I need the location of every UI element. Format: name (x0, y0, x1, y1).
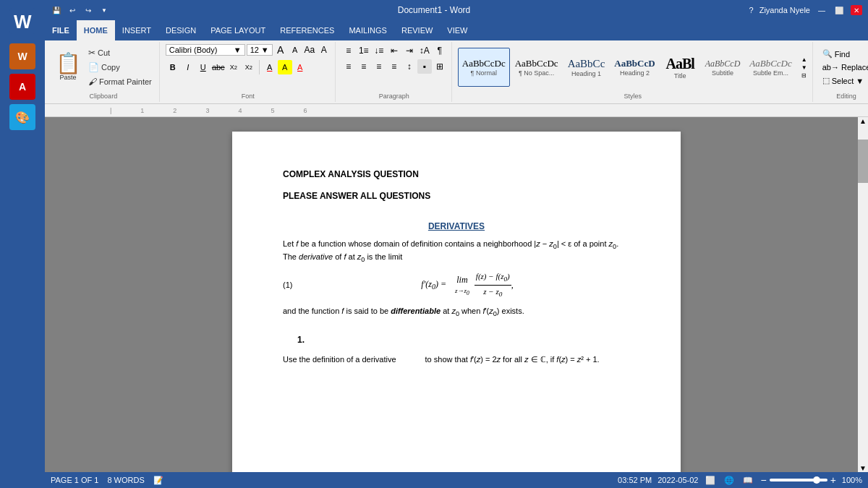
font-controls: Calibri (Body) ▼ 12 ▼ A A Aa A B I U (166, 43, 331, 91)
zoom-thumb[interactable] (813, 476, 820, 484)
clock-date: 2022-05-02 (658, 476, 698, 484)
underline-button[interactable]: U (196, 60, 210, 74)
style-nospace-label: ¶ No Spac... (519, 69, 554, 77)
style-subtle-em-button[interactable]: AaBbCcDc Subtle Em... (745, 48, 796, 87)
zoom-minus-btn[interactable]: − (760, 474, 766, 486)
highlight-button[interactable]: A (278, 60, 292, 74)
tab-insert[interactable]: INSERT (115, 20, 158, 40)
align-right-button[interactable]: ≡ (372, 59, 386, 74)
style-h2-button[interactable]: AaBbCcD Heading 2 (610, 48, 659, 87)
strikethrough-button[interactable]: abc (211, 60, 226, 74)
redo-quick-icon[interactable]: ↪ (82, 4, 94, 16)
help-icon[interactable]: ? (749, 6, 754, 14)
clipboard-right: ✂ Cut 📄 Copy 🖌 Format Painter (85, 46, 155, 88)
shrink-font-button[interactable]: A (289, 43, 302, 56)
replace-button[interactable]: ab→ Replace (819, 61, 868, 73)
text-color-button[interactable]: A (263, 60, 277, 74)
styles-label: Styles (458, 91, 808, 100)
format-painter-button[interactable]: 🖌 Format Painter (85, 75, 155, 88)
tab-page-layout[interactable]: PAGE LAYOUT (203, 20, 273, 40)
cut-button[interactable]: ✂ Cut (85, 46, 155, 59)
left-sidebar: W W A 🎨 (0, 0, 45, 488)
undo-quick-icon[interactable]: ↩ (67, 4, 78, 16)
zoom-slider[interactable] (770, 479, 827, 481)
sort-button[interactable]: ↕A (417, 43, 432, 58)
web-layout-btn[interactable]: 🌐 (723, 474, 736, 486)
document-area: ▲ ▼ COMPLEX ANALYSIS QUESTION PLEASE ANS… (45, 117, 868, 472)
scroll-up-arrow[interactable]: ▲ (858, 117, 868, 125)
superscript-button[interactable]: X2 (242, 60, 256, 74)
section-post-equation: and the function f is said to be differe… (283, 306, 630, 319)
copy-button[interactable]: 📄 Copy (85, 61, 155, 74)
style-subtitle-button[interactable]: AaBbCcD Subtitle (701, 48, 745, 87)
vertical-scrollbar[interactable]: ▲ ▼ (858, 117, 868, 472)
multilevel-button[interactable]: ↓≡ (372, 43, 386, 58)
styles-more-btn[interactable]: ⊟ (801, 72, 808, 80)
shading-button[interactable]: ▪ (417, 59, 432, 74)
zoom-percent: 100% (842, 476, 862, 484)
font-color-button[interactable]: A (293, 60, 307, 74)
justify-button[interactable]: ≡ (387, 59, 401, 74)
align-left-button[interactable]: ≡ (341, 59, 356, 74)
tab-file[interactable]: FILE (45, 20, 77, 40)
style-subtle-em-preview: AaBbCcDc (749, 58, 791, 69)
minimize-btn[interactable]: — (816, 5, 827, 15)
style-h1-preview: AaBbCc (568, 58, 605, 70)
style-nospace-button[interactable]: AaBbCcDc ¶ No Spac... (511, 48, 563, 87)
line-spacing-button[interactable]: ↕ (402, 59, 417, 74)
numbering-button[interactable]: 1≡ (357, 43, 371, 58)
find-button[interactable]: 🔍 Find (819, 48, 868, 60)
styles-scroll-control[interactable]: ▲ ▼ ⊟ (801, 56, 808, 80)
align-center-button[interactable]: ≡ (357, 59, 371, 74)
styles-scroll-down[interactable]: ▼ (801, 64, 808, 72)
style-title-button[interactable]: AaBl Title (660, 48, 700, 87)
read-mode-btn[interactable]: 📖 (741, 474, 754, 486)
tab-references[interactable]: REFERENCES (273, 20, 341, 40)
italic-button[interactable]: I (181, 60, 195, 74)
grow-font-button[interactable]: A (274, 43, 287, 56)
paragraph-label: Paragraph (341, 91, 447, 100)
borders-button[interactable]: ⊞ (433, 59, 447, 74)
tab-view[interactable]: VIEW (440, 20, 475, 40)
increase-indent-button[interactable]: ⇥ (402, 43, 417, 58)
styles-scroll-up[interactable]: ▲ (801, 56, 808, 64)
font-name-selector[interactable]: Calibri (Body) ▼ (166, 44, 245, 56)
customize-quick-icon[interactable]: ▼ (98, 4, 110, 16)
tab-home[interactable]: HOME (77, 20, 115, 40)
bullets-button[interactable]: ≡ (341, 43, 356, 58)
user-name[interactable]: Ziyanda Nyele (760, 6, 810, 14)
tab-design[interactable]: DESIGN (158, 20, 203, 40)
section-heading-derivatives: DERIVATIVES (283, 220, 630, 233)
scroll-thumb[interactable] (858, 140, 868, 183)
save-quick-icon[interactable]: 💾 (51, 4, 62, 16)
style-normal-button[interactable]: AaBbCcDc ¶ Normal (458, 48, 510, 87)
style-title-preview: AaBl (665, 56, 694, 72)
decrease-indent-button[interactable]: ⇤ (387, 43, 401, 58)
sidebar-word-icon[interactable]: W (9, 43, 35, 69)
show-formatting-button[interactable]: ¶ (433, 43, 447, 58)
style-h1-button[interactable]: AaBbCc Heading 1 (563, 48, 610, 87)
scroll-down-arrow[interactable]: ▼ (858, 464, 868, 472)
sidebar-paint-icon[interactable]: 🎨 (9, 104, 35, 130)
subscript-button[interactable]: X2 (226, 60, 241, 74)
question-1-number: 1. (297, 333, 630, 346)
font-size-selector[interactable]: 12 ▼ (247, 44, 273, 56)
select-button[interactable]: ⬚ Select ▼ (819, 74, 868, 87)
print-layout-btn[interactable]: ⬜ (704, 474, 717, 486)
change-case-button[interactable]: Aa (303, 43, 316, 56)
zoom-plus-btn[interactable]: + (830, 474, 836, 486)
document-title: Document1 - Word (398, 5, 470, 15)
editing-buttons: 🔍 Find ab→ Replace ⬚ Select ▼ (819, 48, 868, 87)
sidebar-acrobat-icon[interactable]: A (9, 74, 35, 100)
proofing-icon[interactable]: 📝 (153, 476, 163, 485)
tab-review[interactable]: REVIEW (394, 20, 440, 40)
style-subtitle-label: Subtitle (712, 69, 733, 77)
paste-button[interactable]: 📋 Paste (52, 46, 84, 89)
clear-format-button[interactable]: A (318, 43, 331, 56)
ribbon-group-styles: AaBbCcDc ¶ Normal AaBbCcDc ¶ No Spac... … (454, 42, 813, 102)
restore-btn[interactable]: ⬜ (833, 5, 845, 15)
tab-mailings[interactable]: MAILINGS (341, 20, 394, 40)
bold-button[interactable]: B (166, 60, 180, 74)
document-main-title: COMPLEX ANALYSIS QUESTION (283, 168, 630, 181)
close-btn[interactable]: ✕ (851, 5, 862, 15)
